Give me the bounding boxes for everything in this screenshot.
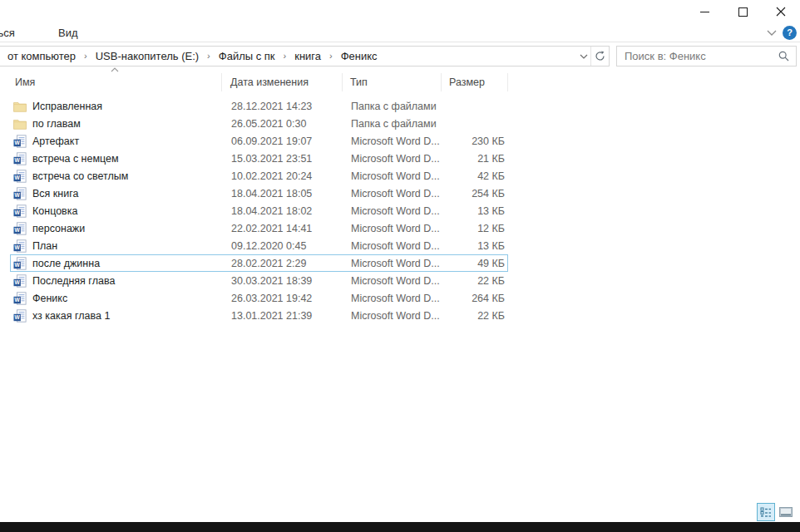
word-doc-icon: W bbox=[13, 204, 27, 218]
file-date-modified: 10.02.2021 20:24 bbox=[223, 170, 343, 182]
thumbnail-view-button[interactable] bbox=[777, 503, 795, 521]
column-header-date[interactable]: Дата изменения bbox=[222, 73, 343, 91]
word-doc-icon: W bbox=[13, 309, 27, 323]
ribbon-menu-bar: елиться Вид ? bbox=[0, 23, 800, 42]
svg-text:W: W bbox=[15, 140, 21, 145]
file-size: 42 КБ bbox=[442, 170, 505, 182]
file-row[interactable]: W Последняя глава30.03.2021 18:39Microso… bbox=[10, 272, 508, 289]
svg-text:W: W bbox=[15, 262, 21, 268]
chevron-down-icon bbox=[767, 30, 777, 36]
file-row[interactable]: W встреча с немцем15.03.2021 23:51Micros… bbox=[10, 150, 508, 167]
search-box[interactable]: Поиск в: Феникс bbox=[616, 46, 797, 66]
details-view-icon bbox=[760, 507, 772, 517]
search-submit-button[interactable] bbox=[771, 51, 796, 62]
file-name: встреча со светлым bbox=[32, 170, 128, 182]
minimize-icon bbox=[700, 7, 709, 17]
word-doc-icon: W bbox=[13, 239, 27, 253]
file-row[interactable]: W Вся книга18.04.2021 18:05Microsoft Wor… bbox=[10, 185, 508, 202]
file-date-modified: 26.05.2021 0:30 bbox=[223, 118, 343, 130]
refresh-icon bbox=[595, 51, 605, 62]
file-name: Вся книга bbox=[32, 188, 78, 200]
file-row[interactable]: W Концовка18.04.2021 18:02Microsoft Word… bbox=[10, 202, 508, 219]
word-doc-icon: W bbox=[13, 274, 27, 288]
breadcrumb-item[interactable]: от компьютер bbox=[4, 50, 79, 62]
ribbon-collapse-button[interactable] bbox=[767, 30, 777, 36]
file-name: Артефакт bbox=[32, 135, 79, 147]
file-type: Папка с файлами bbox=[343, 101, 442, 112]
file-type: Microsoft Word D... bbox=[343, 293, 442, 304]
column-header-size[interactable]: Размер bbox=[442, 73, 508, 91]
file-name: хз какая глава 1 bbox=[32, 310, 110, 322]
word-doc-icon: W bbox=[13, 152, 27, 165]
chevron-right-icon: › bbox=[279, 51, 292, 62]
file-type: Microsoft Word D... bbox=[343, 310, 442, 322]
file-date-modified: 28.02.2021 2:29 bbox=[223, 258, 343, 269]
file-row[interactable]: W хз какая глава 113.01.2021 21:39Micros… bbox=[10, 307, 508, 324]
file-size: 12 КБ bbox=[442, 223, 505, 234]
file-row[interactable]: W Феникс26.03.2021 19:42Microsoft Word D… bbox=[10, 289, 508, 307]
file-size: 21 КБ bbox=[442, 153, 505, 165]
chevron-right-icon: › bbox=[202, 51, 215, 62]
svg-text:W: W bbox=[15, 279, 21, 285]
file-row[interactable]: Исправленная28.12.2021 14:23Папка с файл… bbox=[10, 97, 508, 115]
minimize-button[interactable] bbox=[685, 0, 723, 23]
file-date-modified: 30.03.2021 18:39 bbox=[223, 275, 343, 287]
file-name: после джинна bbox=[32, 258, 100, 269]
menu-share[interactable]: елиться bbox=[0, 27, 15, 39]
maximize-button[interactable] bbox=[723, 0, 762, 23]
file-name: Концовка bbox=[32, 205, 77, 217]
chevron-right-icon: › bbox=[79, 51, 92, 62]
maximize-icon bbox=[738, 7, 748, 17]
file-type: Папка с файлами bbox=[343, 118, 442, 130]
file-row[interactable]: W встреча со светлым10.02.2021 20:24Micr… bbox=[10, 167, 508, 185]
file-type: Microsoft Word D... bbox=[343, 223, 442, 234]
address-bar[interactable]: от компьютер›USB-накопитель (E:)›Файлы с… bbox=[0, 46, 610, 66]
file-row[interactable]: W Артефакт06.09.2021 19:07Microsoft Word… bbox=[10, 132, 508, 150]
file-size: 254 КБ bbox=[442, 188, 505, 200]
help-button[interactable]: ? bbox=[783, 26, 797, 40]
column-header-type[interactable]: Тип bbox=[343, 73, 442, 91]
file-size: 49 КБ bbox=[442, 258, 505, 269]
file-size: 13 КБ bbox=[442, 205, 505, 217]
breadcrumb-item[interactable]: книга bbox=[291, 50, 324, 62]
title-bar bbox=[0, 0, 800, 23]
file-size: 264 КБ bbox=[442, 293, 505, 304]
taskbar[interactable] bbox=[0, 522, 800, 532]
file-row[interactable]: по главам26.05.2021 0:30Папка с файлами bbox=[10, 115, 508, 132]
chevron-right-icon: › bbox=[324, 51, 338, 62]
close-icon bbox=[776, 7, 786, 17]
file-name: встреча с немцем bbox=[32, 153, 119, 165]
column-headers: Имя Дата изменения Тип Размер bbox=[10, 73, 508, 93]
breadcrumb-item[interactable]: Файлы с пк bbox=[215, 50, 279, 62]
file-row[interactable]: W персонажи22.02.2021 14:41Microsoft Wor… bbox=[10, 219, 508, 237]
file-row[interactable]: W после джинна28.02.2021 2:29Microsoft W… bbox=[10, 254, 508, 272]
menu-view[interactable]: Вид bbox=[58, 27, 78, 39]
chevron-down-icon bbox=[580, 54, 588, 59]
file-row[interactable]: W План09.12.2020 0:45Microsoft Word D...… bbox=[10, 237, 508, 254]
help-icon: ? bbox=[787, 28, 793, 37]
word-doc-icon: W bbox=[13, 187, 27, 200]
file-name: Последняя глава bbox=[32, 275, 115, 287]
column-header-name[interactable]: Имя bbox=[10, 73, 222, 91]
address-dropdown-button[interactable] bbox=[576, 47, 590, 66]
details-view-button[interactable] bbox=[757, 503, 775, 521]
breadcrumb-item[interactable]: USB-накопитель (E:) bbox=[92, 50, 202, 62]
file-name: План bbox=[32, 240, 57, 252]
file-date-modified: 15.03.2021 23:51 bbox=[223, 153, 343, 165]
file-type: Microsoft Word D... bbox=[343, 258, 442, 269]
file-name: Феникс bbox=[32, 293, 67, 304]
search-input[interactable]: Поиск в: Феникс bbox=[617, 50, 771, 62]
file-date-modified: 09.12.2020 0:45 bbox=[223, 240, 343, 252]
refresh-button[interactable] bbox=[590, 47, 609, 66]
file-type: Microsoft Word D... bbox=[343, 188, 442, 200]
breadcrumb: от компьютер›USB-накопитель (E:)›Файлы с… bbox=[0, 47, 576, 66]
file-date-modified: 28.12.2021 14:23 bbox=[223, 101, 343, 112]
word-doc-icon: W bbox=[13, 135, 27, 148]
thumbnail-view-icon bbox=[779, 507, 793, 517]
close-button[interactable] bbox=[762, 0, 800, 23]
file-type: Microsoft Word D... bbox=[343, 135, 442, 147]
breadcrumb-item[interactable]: Феникс bbox=[338, 50, 381, 62]
word-doc-icon: W bbox=[13, 170, 27, 183]
explorer-window: елиться Вид ? от компьютер›USB-накопител… bbox=[0, 0, 800, 532]
file-size: 22 КБ bbox=[442, 275, 505, 287]
